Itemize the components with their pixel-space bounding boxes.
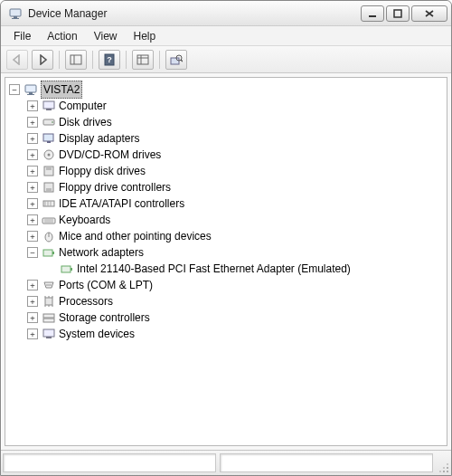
computer-root-icon	[24, 82, 38, 97]
tree-root-label[interactable]: VISTA2	[41, 81, 82, 99]
expand-icon[interactable]: +	[27, 280, 38, 290]
svg-rect-23	[47, 141, 51, 143]
svg-rect-18	[43, 101, 54, 109]
menu-action[interactable]: Action	[40, 28, 84, 44]
expand-icon[interactable]: +	[27, 231, 38, 242]
tree-label[interactable]: Mice and other pointing devices	[59, 228, 212, 244]
tree-label[interactable]: Ports (COM & LPT)	[59, 277, 153, 293]
computer-icon	[42, 99, 56, 113]
maximize-button[interactable]	[386, 5, 410, 22]
tree-label[interactable]: Keyboards	[59, 212, 110, 228]
expand-icon[interactable]: +	[27, 312, 38, 323]
tree-root-node[interactable]: − VISTA2	[7, 81, 445, 98]
ide-controller-icon	[42, 196, 56, 211]
svg-point-21	[52, 121, 53, 123]
mouse-icon	[42, 229, 56, 243]
help-button[interactable]: ?	[99, 50, 120, 70]
tree-label[interactable]: Computer	[59, 98, 107, 114]
collapse-icon[interactable]: −	[9, 84, 20, 95]
tree-category-network-adapters[interactable]: − Network adapters	[7, 244, 445, 261]
forward-button[interactable]	[32, 50, 53, 70]
tree-category-computer[interactable]: + Computer	[7, 98, 445, 114]
status-pane-right	[220, 453, 433, 472]
tree-category-keyboards[interactable]: + Keyboards	[7, 212, 445, 228]
expand-icon[interactable]: +	[27, 117, 38, 128]
scan-hardware-button[interactable]	[165, 50, 187, 70]
close-button[interactable]	[411, 5, 447, 22]
svg-point-57	[447, 471, 448, 472]
svg-rect-3	[369, 15, 376, 17]
optical-drive-icon	[42, 148, 56, 162]
expand-icon[interactable]: +	[27, 198, 38, 209]
svg-rect-12	[171, 58, 179, 64]
tree-category-ports[interactable]: + Ports (COM & LPT)	[7, 277, 445, 293]
svg-rect-55	[43, 329, 54, 337]
status-pane-left	[3, 453, 216, 472]
tree-category-display-adapters[interactable]: + Display adapters	[7, 130, 445, 147]
tree-category-mice[interactable]: + Mice and other pointing devices	[7, 228, 445, 244]
svg-rect-27	[46, 167, 52, 170]
expand-icon[interactable]: +	[27, 182, 38, 193]
expand-icon[interactable]: +	[27, 149, 38, 160]
svg-point-25	[48, 154, 51, 157]
svg-rect-34	[42, 218, 55, 224]
collapse-icon[interactable]: −	[27, 247, 38, 258]
expand-icon[interactable]: +	[27, 296, 38, 307]
svg-point-58	[443, 471, 445, 472]
svg-point-61	[443, 467, 445, 469]
svg-rect-2	[12, 18, 19, 19]
tree-label[interactable]: Network adapters	[59, 244, 144, 261]
tree-label[interactable]: DVD/CD-ROM drives	[59, 147, 161, 163]
menu-view[interactable]: View	[87, 28, 125, 44]
expand-icon[interactable]: +	[27, 100, 38, 111]
expand-icon[interactable]: +	[27, 328, 38, 339]
tree-category-disk-drives[interactable]: + Disk drives	[7, 114, 445, 130]
back-button[interactable]	[6, 50, 28, 70]
properties-button[interactable]	[132, 50, 154, 70]
tree-category-ide-controllers[interactable]: + IDE ATA/ATAPI controllers	[7, 195, 445, 212]
expand-icon[interactable]: +	[27, 214, 38, 225]
tree-label[interactable]: Display adapters	[59, 130, 139, 147]
tree-label[interactable]: Processors	[59, 293, 113, 309]
svg-rect-15	[25, 85, 36, 92]
tree-category-system-devices[interactable]: + System devices	[7, 326, 445, 342]
tree-device-intel-21140[interactable]: Intel 21140-Based PCI Fast Ethernet Adap…	[7, 261, 445, 277]
svg-rect-16	[29, 92, 33, 94]
svg-rect-17	[27, 94, 34, 95]
expand-icon[interactable]: +	[27, 133, 38, 144]
toolbar-separator	[159, 51, 160, 69]
tree-label[interactable]: System devices	[59, 326, 135, 342]
keyboard-icon	[42, 213, 56, 227]
tree-label[interactable]: Disk drives	[59, 114, 112, 130]
menubar: File Action View Help	[1, 26, 451, 46]
svg-line-14	[181, 60, 183, 62]
network-card-icon	[60, 262, 74, 276]
resize-grip-icon[interactable]	[435, 451, 451, 475]
svg-rect-22	[43, 134, 53, 141]
tree-label[interactable]: Intel 21140-Based PCI Fast Ethernet Adap…	[77, 261, 351, 277]
floppy-drive-icon	[42, 164, 56, 178]
tree-category-storage-controllers[interactable]: + Storage controllers	[7, 309, 445, 326]
minimize-button[interactable]	[361, 5, 384, 22]
svg-point-44	[48, 284, 50, 286]
tree-label[interactable]: Floppy drive controllers	[59, 179, 171, 195]
floppy-controller-icon	[42, 180, 56, 195]
tree-label[interactable]: Storage controllers	[59, 309, 150, 326]
svg-text:?: ?	[107, 55, 112, 64]
tree-label[interactable]: Floppy disk drives	[59, 163, 146, 179]
titlebar[interactable]: Device Manager	[1, 1, 451, 26]
display-adapter-icon	[42, 131, 56, 146]
tree-label[interactable]: IDE ATA/ATAPI controllers	[59, 195, 184, 212]
expand-icon[interactable]: +	[27, 166, 38, 176]
show-hide-console-tree-button[interactable]	[65, 50, 87, 70]
tree-category-floppy-drives[interactable]: + Floppy disk drives	[7, 163, 445, 179]
svg-rect-56	[46, 337, 52, 338]
tree-category-dvd-cdrom[interactable]: + DVD/CD-ROM drives	[7, 147, 445, 163]
menu-help[interactable]: Help	[127, 28, 164, 44]
tree-category-floppy-controllers[interactable]: + Floppy drive controllers	[7, 179, 445, 195]
menu-file[interactable]: File	[6, 28, 38, 44]
tree-category-processors[interactable]: + Processors	[7, 293, 445, 309]
svg-point-59	[447, 467, 448, 469]
tree-view[interactable]: − VISTA2 + Computer + Disk drives +	[5, 77, 447, 446]
processor-icon	[42, 294, 56, 309]
